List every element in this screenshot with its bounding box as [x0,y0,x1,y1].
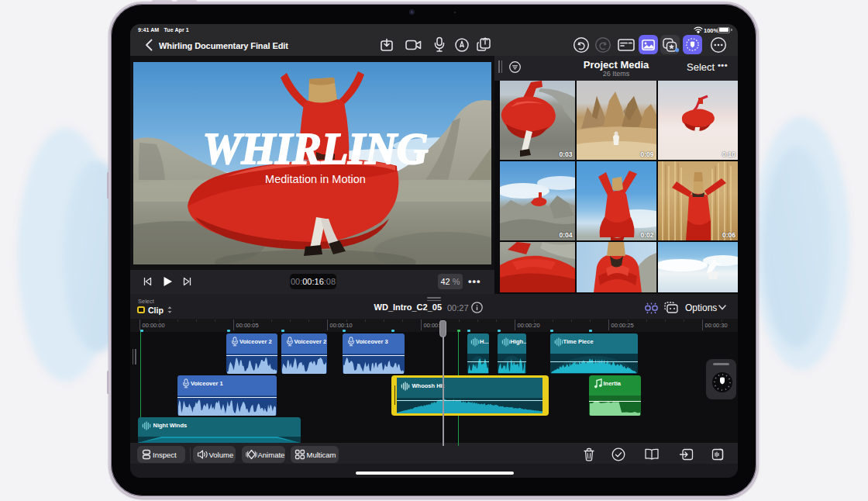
svg-text:Meditation in Motion: Meditation in Motion [265,173,366,185]
svg-text:WHIRLING: WHIRLING [203,123,429,174]
